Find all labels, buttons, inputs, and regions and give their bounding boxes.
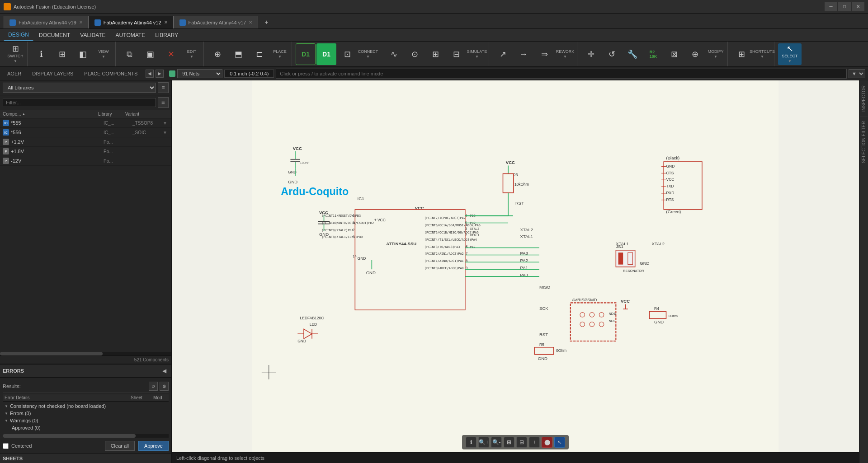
filter-input[interactable] bbox=[3, 98, 156, 107]
tab-ager[interactable]: AGER bbox=[3, 69, 26, 78]
stop-button[interactable]: ⬤ bbox=[542, 437, 552, 448]
connect-icon-button[interactable]: ⊡ bbox=[337, 43, 357, 65]
centered-checkbox-label[interactable]: Centered bbox=[3, 443, 32, 449]
zoom-info-button[interactable]: ℹ bbox=[466, 437, 476, 448]
new-tab-button[interactable]: + bbox=[260, 16, 273, 28]
menu-automate[interactable]: AUTOMATE bbox=[111, 30, 150, 40]
library-dropdown[interactable]: All Libraries bbox=[3, 83, 156, 93]
rework2-button[interactable]: → bbox=[514, 43, 533, 65]
info-button[interactable]: ℹ bbox=[31, 43, 51, 65]
sim4-button[interactable]: ⊟ bbox=[446, 43, 466, 65]
library-settings-button[interactable]: ≡ bbox=[158, 82, 169, 93]
grid-button[interactable]: ⊞ bbox=[52, 43, 72, 65]
tab-close-v17[interactable]: ✕ bbox=[249, 20, 252, 25]
layers-button[interactable]: ◧ bbox=[73, 43, 93, 65]
error-section-approved[interactable]: Approved (0) bbox=[3, 424, 169, 431]
scrollbar-thumb[interactable] bbox=[0, 352, 103, 355]
tab-v19[interactable]: FabAcademy Attiny44 v19 ✕ bbox=[4, 16, 89, 28]
shortcuts-dropdown-button[interactable]: SHORTCUTS ▼ bbox=[752, 43, 772, 65]
menu-validate[interactable]: VALIDATE bbox=[75, 30, 110, 40]
errors-scrollbar[interactable] bbox=[3, 434, 169, 438]
toolbar2-prev-button[interactable]: ◀ bbox=[146, 70, 154, 78]
zoom-fit-all-button[interactable]: ⊞ bbox=[504, 437, 514, 448]
modify-dropdown-button[interactable]: MODIFY ▼ bbox=[706, 43, 726, 65]
edit-dropdown-button[interactable]: EDIT ▼ bbox=[182, 43, 202, 65]
errors-table-header: Error Details Sheet Mod bbox=[3, 394, 169, 402]
d1-outline-button[interactable]: D1 bbox=[316, 43, 336, 65]
close-button[interactable]: ✕ bbox=[852, 2, 864, 11]
tab-close-v12[interactable]: ✕ bbox=[164, 20, 168, 25]
rework-dropdown-button[interactable]: REWORK ▼ bbox=[555, 43, 575, 65]
sim2-button[interactable]: ⊙ bbox=[405, 43, 425, 65]
zoom-plus-button[interactable]: + bbox=[529, 437, 540, 448]
tab-v17[interactable]: FabAcademy Attiny44 v17 ✕ bbox=[174, 16, 259, 28]
sim3-button[interactable]: ⊞ bbox=[425, 43, 445, 65]
errors-settings-button[interactable]: ⚙ bbox=[160, 382, 169, 391]
view-dropdown-button[interactable]: VIEW ▼ bbox=[94, 43, 113, 65]
error-section-warnings[interactable]: ▼ Warnings (0) bbox=[3, 417, 169, 424]
place2-button[interactable]: ⬒ bbox=[228, 43, 248, 65]
rework3-button[interactable]: ⇒ bbox=[534, 43, 554, 65]
tab-place-components[interactable]: PLACE COMPONENTS bbox=[80, 69, 142, 78]
comp-expand-icon[interactable]: ▼ bbox=[161, 121, 169, 126]
command-input[interactable] bbox=[276, 69, 847, 79]
list-item[interactable]: IC *555 IC_... _TSSOP8 ▼ bbox=[0, 118, 171, 128]
tab-v12[interactable]: FabAcademy Attiny44 v12 ✕ bbox=[89, 16, 174, 28]
menu-design[interactable]: DESIGN bbox=[4, 30, 33, 41]
net-dropdown[interactable]: 91 Nets bbox=[177, 69, 222, 78]
list-item[interactable]: P +1.2V Po... bbox=[0, 137, 171, 147]
r2-button[interactable]: R210K bbox=[643, 43, 663, 65]
comp-expand-icon[interactable]: ▼ bbox=[161, 130, 169, 135]
move-button[interactable]: ✛ bbox=[581, 43, 601, 65]
tab-close-v19[interactable]: ✕ bbox=[79, 20, 83, 25]
zoom-in-button[interactable]: 🔍+ bbox=[478, 437, 489, 448]
inspector-tab[interactable]: INSPECTOR bbox=[860, 80, 868, 116]
rework1-button[interactable]: ↗ bbox=[493, 43, 513, 65]
filter-options-button[interactable]: ≡ bbox=[158, 97, 169, 108]
connect-dropdown-button[interactable]: CONNECT ▼ bbox=[358, 43, 378, 65]
grid-toggle-button[interactable]: ⊟ bbox=[516, 437, 527, 448]
maximize-button[interactable]: □ bbox=[838, 2, 851, 11]
canvas-area[interactable]: Ardu-Coquito VCC GND 100nF GND VCC VCC R… bbox=[172, 80, 859, 463]
approve-button[interactable]: Approve bbox=[138, 441, 169, 451]
place3-button[interactable]: ⊏ bbox=[249, 43, 269, 65]
list-item[interactable]: P -12V Po... bbox=[0, 156, 171, 166]
list-item[interactable]: IC *556 IC_... _SOIC ▼ bbox=[0, 128, 171, 137]
toolbar2-next-button[interactable]: ▶ bbox=[156, 70, 164, 78]
add-shortcut-button[interactable]: ⊞ bbox=[731, 43, 751, 65]
menu-library[interactable]: LIBRARY bbox=[151, 30, 183, 40]
errors-refresh-button[interactable]: ↺ bbox=[149, 382, 158, 391]
group-button[interactable]: ▣ bbox=[140, 43, 160, 65]
errors-collapse-button[interactable]: ◀ bbox=[160, 366, 169, 375]
error-section-errors[interactable]: ▼ Errors (0) bbox=[3, 410, 169, 417]
list-scrollbar[interactable] bbox=[0, 352, 171, 355]
simulate-dropdown-button[interactable]: SIMULATE ▼ bbox=[467, 43, 487, 65]
minimize-button[interactable]: ─ bbox=[825, 2, 837, 11]
menu-document[interactable]: DOCUMENT bbox=[34, 30, 75, 40]
errors-header[interactable]: ERRORS ◀ bbox=[0, 365, 171, 378]
zoom-fit-button[interactable]: ⊕ bbox=[685, 43, 705, 65]
d1-solid-button[interactable]: D1 bbox=[296, 43, 316, 65]
wrench-button[interactable]: 🔧 bbox=[623, 43, 642, 65]
cursor-mode-button[interactable]: ↖ bbox=[554, 437, 565, 448]
cmd-dropdown[interactable]: ▼ bbox=[849, 69, 865, 78]
clear-all-button[interactable]: Clear all bbox=[105, 441, 135, 451]
sim1-button[interactable]: ∿ bbox=[384, 43, 404, 65]
place-dropdown-button[interactable]: PLACE ▼ bbox=[270, 43, 290, 65]
place1-button[interactable]: ⊕ bbox=[208, 43, 227, 65]
list-item[interactable]: P +1.8V Po... bbox=[0, 147, 171, 156]
errors-scrollbar-thumb[interactable] bbox=[3, 434, 136, 438]
tab-display-layers[interactable]: DISPLAY LAYERS bbox=[28, 69, 78, 78]
modify-icon2-button[interactable]: ⊠ bbox=[664, 43, 684, 65]
select-button[interactable]: ↖ SELECT ▼ bbox=[778, 43, 802, 65]
rotate-button[interactable]: ↺ bbox=[602, 43, 622, 65]
zoom-out-button[interactable]: 🔍- bbox=[491, 437, 502, 448]
error-section-consistency[interactable]: ▼ Consistency not checked (no board load… bbox=[3, 402, 169, 410]
sheets-panel[interactable]: SHEETS bbox=[0, 454, 171, 463]
centered-checkbox[interactable] bbox=[3, 443, 9, 449]
delete-button[interactable]: ✕ bbox=[161, 43, 181, 65]
copy-button[interactable]: ⧉ bbox=[119, 43, 139, 65]
selection-filter-tab[interactable]: SELECTION FILTER bbox=[860, 116, 868, 168]
switch-button[interactable]: ⊞ SWITCH ▼ bbox=[5, 43, 25, 65]
tab-bar: FabAcademy Attiny44 v19 ✕ FabAcademy Att… bbox=[0, 14, 868, 29]
